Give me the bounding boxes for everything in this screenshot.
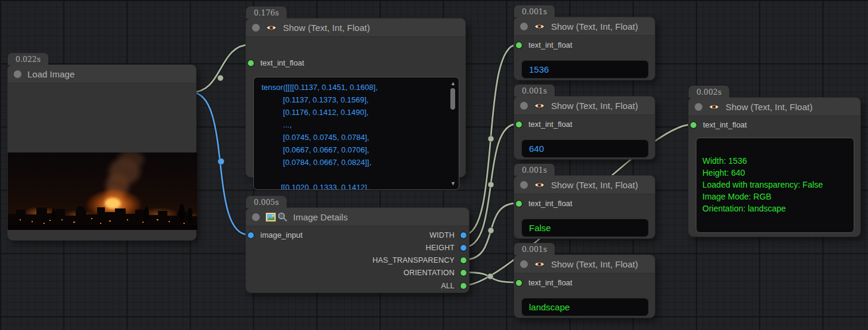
node-show-transparency[interactable]: 0.001s Show (Text, Int, Float) text_int_… (514, 175, 655, 239)
node-titlebar[interactable]: Show (Text, Int, Float) (246, 18, 465, 37)
input-port-text-int-float[interactable]: text_int_float (514, 41, 655, 50)
collapse-dot[interactable] (252, 24, 260, 32)
node-show-height[interactable]: 0.001s Show (Text, Int, Float) text_int_… (514, 96, 655, 160)
node-titlebar[interactable]: Show (Text, Int, Float) (514, 96, 655, 115)
port-dot[interactable] (461, 257, 466, 263)
value-display: False (521, 219, 649, 237)
execution-time-badge: 0.005s (246, 196, 287, 208)
magnifier-icon (278, 212, 287, 222)
wire-image-to-show (191, 45, 250, 92)
port-dot[interactable] (516, 201, 522, 207)
value-display: 1536 (521, 60, 649, 79)
eye-icon (534, 102, 545, 110)
input-port-text-int-float[interactable]: text_int_float (689, 120, 860, 130)
value-display: landscape (521, 298, 649, 316)
node-show-orientation[interactable]: 0.001s Show (Text, Int, Float) text_int_… (514, 254, 655, 318)
node-show-width[interactable]: 0.001s Show (Text, Int, Float) text_int_… (514, 17, 655, 80)
collapse-dot[interactable] (695, 103, 702, 111)
node-titlebar[interactable]: Show (Text, Int, Float) (514, 176, 655, 194)
port-dot[interactable] (461, 270, 466, 276)
port-dot[interactable] (461, 283, 466, 289)
picture-icon (266, 213, 276, 222)
details-output-textarea[interactable]: Width: 1536Height: 640Loaded with transp… (696, 138, 854, 233)
node-graph-canvas[interactable]: 0.022s Load Image IMAGE MASK ◀ image 003… (0, 0, 868, 330)
port-dot[interactable] (690, 122, 696, 128)
node-image-details[interactable]: 0.005s Image Details image_input WIDTH H… (245, 207, 469, 293)
collapse-dot[interactable] (252, 213, 260, 221)
eye-icon (708, 103, 720, 111)
node-title: Show (Text, Int, Float) (551, 21, 638, 32)
execution-time-badge: 0.001s (514, 243, 555, 255)
eye-icon (266, 24, 277, 32)
port-dot[interactable] (248, 60, 254, 66)
output-port-orientation[interactable]: ORIENTATION (246, 268, 469, 278)
node-title: Load Image (27, 69, 74, 79)
node-titlebar[interactable]: Show (Text, Int, Float) (689, 98, 860, 116)
port-dot[interactable] (516, 42, 522, 48)
node-titlebar[interactable]: Image Details (246, 208, 469, 226)
output-port-height[interactable]: HEIGHT (246, 243, 469, 253)
node-title: Show (Text, Int, Float) (283, 23, 370, 33)
wire-midpoint-dot (487, 273, 493, 279)
execution-time-badge: 0.176s (246, 7, 287, 18)
port-dot[interactable] (461, 232, 466, 238)
wire-midpoint-dot (488, 136, 494, 142)
output-port-has-transparency[interactable]: HAS_TRANSPARENCY (246, 256, 469, 265)
node-title: Show (Text, Int, Float) (551, 259, 638, 269)
tensor-text: tensor([[[[0.1137, 0.1451, 0.1608], [0.1… (254, 77, 459, 190)
scrollbar[interactable]: ▲ ▼ (449, 79, 457, 188)
output-port-width[interactable]: WIDTH (246, 231, 469, 240)
collapse-dot[interactable] (520, 102, 528, 110)
wire-midpoint-dot (488, 182, 494, 188)
output-port-all[interactable]: ALL (246, 281, 469, 291)
port-dot[interactable] (461, 245, 466, 251)
node-title: Show (Text, Int, Float) (551, 101, 638, 111)
collapse-dot[interactable] (14, 70, 21, 78)
wire-midpoint-dot (488, 228, 494, 234)
node-title: Show (Text, Int, Float) (551, 180, 638, 190)
execution-time-badge: 0.001s (514, 5, 555, 17)
eye-icon (534, 23, 545, 30)
value-display: 640 (521, 139, 649, 158)
port-dot[interactable] (516, 122, 522, 127)
tensor-output-textarea[interactable]: tensor([[[[0.1137, 0.1451, 0.1608], [0.1… (253, 77, 459, 190)
collapse-dot[interactable] (520, 260, 528, 268)
input-port-text-int-float[interactable]: text_int_float (514, 120, 655, 129)
execution-time-badge: 0.002s (689, 86, 729, 98)
details-text: Width: 1536Height: 640Loaded with transp… (696, 138, 854, 220)
scroll-thumb[interactable] (450, 88, 455, 110)
execution-time-badge: 0.001s (514, 164, 555, 176)
execution-time-badge: 0.001s (514, 85, 555, 96)
node-title: Show (Text, Int, Float) (726, 102, 813, 112)
collapse-dot[interactable] (520, 181, 528, 189)
port-dot[interactable] (516, 280, 522, 286)
node-show-all[interactable]: 0.002s Show (Text, Int, Float) text_int_… (688, 97, 861, 237)
execution-time-badge: 0.022s (8, 53, 48, 65)
eye-icon (534, 260, 545, 268)
node-show-tensor[interactable]: 0.176s Show (Text, Int, Float) text_int_… (245, 18, 466, 178)
node-titlebar[interactable]: Show (Text, Int, Float) (514, 255, 655, 273)
node-title: Image Details (293, 212, 348, 222)
input-port-text-int-float[interactable]: text_int_float (514, 278, 655, 288)
collapse-dot[interactable] (520, 23, 528, 30)
scroll-down-icon[interactable]: ▼ (449, 180, 457, 186)
wire-midpoint-dot (217, 75, 223, 81)
scroll-up-icon[interactable]: ▲ (449, 80, 457, 86)
node-titlebar[interactable]: Load Image (8, 65, 196, 83)
node-load-image[interactable]: 0.022s Load Image IMAGE MASK ◀ image 003… (7, 64, 197, 241)
input-port-text-int-float[interactable]: text_int_float (246, 58, 465, 68)
image-preview (8, 152, 197, 230)
eye-icon (534, 181, 545, 189)
input-port-text-int-float[interactable]: text_int_float (514, 199, 655, 208)
wire-midpoint-dot (218, 158, 225, 165)
node-titlebar[interactable]: Show (Text, Int, Float) (514, 17, 655, 36)
